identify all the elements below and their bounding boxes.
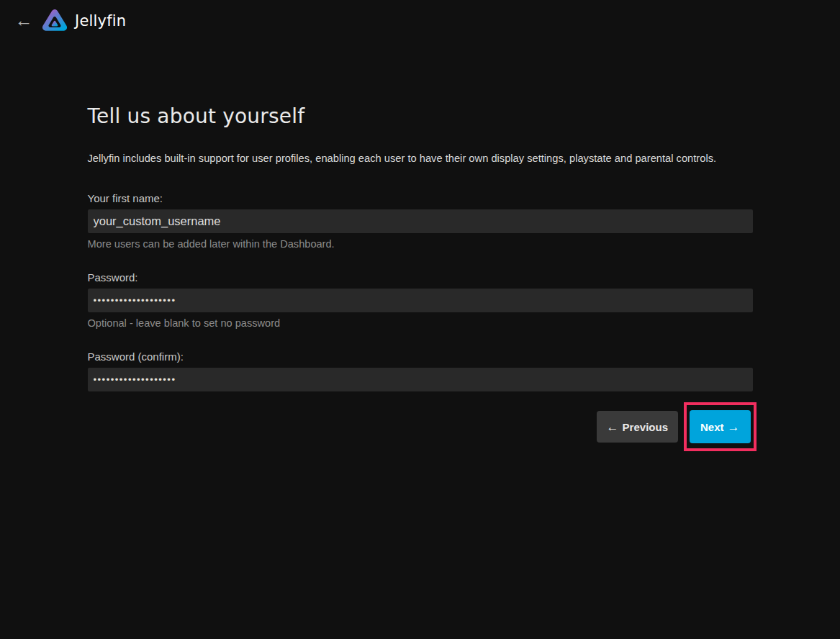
back-button[interactable]: ← (9, 6, 38, 35)
password-helper-text: Optional - leave blank to set no passwor… (88, 317, 753, 330)
page-description: Jellyfin includes built-in support for u… (88, 152, 753, 166)
page-title: Tell us about yourself (88, 103, 753, 130)
password-confirm-label: Password (confirm): (88, 350, 753, 363)
back-arrow-icon: ← (15, 12, 33, 30)
arrow-left-icon: ← (607, 421, 619, 433)
username-input[interactable] (88, 209, 753, 233)
next-button[interactable]: Next → (690, 410, 751, 443)
jellyfin-logo: Jellyfin (41, 7, 126, 35)
password-confirm-input[interactable] (88, 368, 753, 391)
annotation-highlight-rectangle: Next → (684, 402, 757, 451)
previous-button[interactable]: ← Previous (597, 411, 678, 443)
username-field-group: Your first name: More users can be added… (88, 192, 753, 250)
setup-wizard-page: Tell us about yourself Jellyfin includes… (88, 41, 753, 451)
app-header: ← Jellyfin (0, 0, 840, 41)
password-field-group: Password: Optional - leave blank to set … (88, 271, 753, 330)
arrow-right-icon: → (728, 421, 740, 433)
previous-button-label: Previous (623, 421, 668, 433)
username-helper-text: More users can be added later within the… (88, 237, 753, 250)
app-title: Jellyfin (75, 12, 126, 30)
next-button-label: Next (700, 421, 724, 433)
password-confirm-field-group: Password (confirm): (88, 350, 753, 391)
wizard-navigation-buttons: ← Previous Next → (88, 402, 753, 451)
password-label: Password: (88, 271, 753, 284)
password-input[interactable] (88, 289, 753, 312)
username-label: Your first name: (88, 192, 753, 205)
jellyfin-logo-icon (41, 7, 68, 35)
